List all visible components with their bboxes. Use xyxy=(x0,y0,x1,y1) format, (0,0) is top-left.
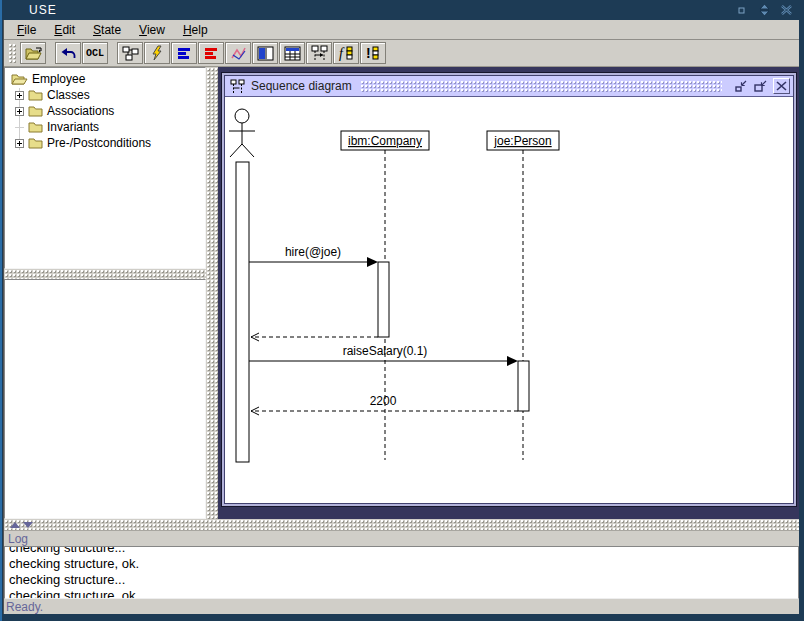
app-content: File Edit State View Help OCL f ! xyxy=(3,20,799,614)
message-return-hire[interactable] xyxy=(251,333,378,341)
log-title: Log xyxy=(8,532,28,546)
svg-text:hire(@joe): hire(@joe) xyxy=(285,245,341,259)
sequence-diagram-button[interactable] xyxy=(306,42,332,64)
shade-button[interactable] xyxy=(733,2,751,18)
line-chart-icon xyxy=(230,46,247,61)
class-diagram-button[interactable] xyxy=(117,42,143,64)
log-line: checking structure, ok. xyxy=(9,556,798,572)
folder-icon xyxy=(28,89,43,101)
tree-item-label: Classes xyxy=(47,88,90,102)
expand-plus-icon[interactable] xyxy=(15,91,24,100)
undo-button[interactable] xyxy=(55,42,81,64)
menu-edit[interactable]: Edit xyxy=(45,21,84,39)
log-panel-header: Log xyxy=(4,530,799,546)
joe-activation-bar xyxy=(518,361,529,411)
menu-state[interactable]: State xyxy=(84,21,130,39)
main-area: Employee Classes Associations xyxy=(4,67,799,519)
log-line: checking structure... xyxy=(9,572,798,588)
object-properties-button[interactable] xyxy=(279,42,305,64)
tree-item-invariants[interactable]: Invariants xyxy=(5,119,205,135)
collapse-up-icon[interactable] xyxy=(10,521,20,529)
folder-icon xyxy=(28,121,43,133)
blue-bars-icon xyxy=(177,46,192,60)
class-diagram-icon xyxy=(122,45,139,61)
tree-item-pre-postconditions[interactable]: Pre-/Postconditions xyxy=(5,135,205,151)
menu-bar: File Edit State View Help xyxy=(4,20,799,40)
actor-activation-bar xyxy=(236,162,249,462)
tree-item-associations[interactable]: Associations xyxy=(5,103,205,119)
window-titlebar[interactable]: USE xyxy=(3,0,799,20)
close-icon xyxy=(780,4,793,16)
tree-item-classes[interactable]: Classes xyxy=(5,87,205,103)
command-list-button[interactable]: ! xyxy=(360,42,386,64)
frame-maximize-button[interactable] xyxy=(753,79,769,93)
frame-inner: Sequence diagram xyxy=(224,75,794,504)
frame-titlebar[interactable]: Sequence diagram xyxy=(225,76,793,97)
tree-item-label: Associations xyxy=(47,104,114,118)
sequence-diagram: ibm:Company joe:Person xyxy=(225,97,793,501)
frame-titlebar-texture xyxy=(360,80,722,93)
close-button[interactable] xyxy=(777,2,795,18)
class-invariant-view-button[interactable] xyxy=(171,42,197,64)
sequence-diagram-frame[interactable]: Sequence diagram xyxy=(221,72,797,507)
message-hire[interactable]: hire(@joe) xyxy=(249,245,378,267)
maximize-icon xyxy=(753,79,769,93)
statistics-view-button[interactable] xyxy=(225,42,251,64)
table-icon xyxy=(284,46,301,61)
tree-item-label: Pre-/Postconditions xyxy=(47,136,151,150)
status-text: Ready. xyxy=(6,600,43,614)
svg-text:joe:Person: joe:Person xyxy=(493,134,551,148)
toolbar-drag-handle[interactable] xyxy=(8,43,17,64)
invariant-violation-view-button[interactable] xyxy=(198,42,224,64)
detail-panel xyxy=(4,279,206,519)
open-folder-icon xyxy=(24,45,43,61)
frame-title: Sequence diagram xyxy=(251,79,352,93)
folder-icon xyxy=(28,137,43,149)
expand-plus-icon[interactable] xyxy=(15,107,24,116)
window-title: USE xyxy=(29,3,57,17)
maximize-button[interactable] xyxy=(755,2,773,18)
left-horizontal-splitter[interactable] xyxy=(4,269,206,279)
ocl-button[interactable]: OCL xyxy=(82,42,108,64)
shade-icon xyxy=(736,4,748,16)
svg-text:f: f xyxy=(339,46,345,61)
model-tree-panel: Employee Classes Associations xyxy=(4,67,206,269)
splitter-one-touch xyxy=(10,521,33,529)
main-horizontal-splitter[interactable] xyxy=(4,519,799,530)
undo-icon xyxy=(59,46,77,60)
menu-file[interactable]: File xyxy=(8,21,45,39)
lightning-icon xyxy=(150,45,164,61)
expand-plus-icon[interactable] xyxy=(15,139,24,148)
close-icon xyxy=(776,81,787,91)
resize-vertical-icon xyxy=(758,3,771,17)
log-line: checking structure, ok. xyxy=(9,588,798,599)
tree-connector xyxy=(15,127,24,128)
log-text-area[interactable]: checking structure... checking structure… xyxy=(4,546,799,599)
frame-minimize-button[interactable] xyxy=(734,79,749,93)
left-column: Employee Classes Associations xyxy=(4,67,206,519)
evaluate-button[interactable] xyxy=(144,42,170,64)
split-window-icon xyxy=(257,46,274,61)
collapse-down-icon[interactable] xyxy=(23,521,33,529)
message-raise-salary[interactable]: raiseSalary(0.1) xyxy=(249,344,518,366)
sequence-diagram-canvas[interactable]: ibm:Company joe:Person xyxy=(225,97,793,503)
ibm-activation-bar xyxy=(378,262,389,337)
svg-text:2200: 2200 xyxy=(370,394,397,408)
status-bar: Ready. xyxy=(4,599,799,614)
minimize-icon xyxy=(734,79,749,93)
log-line: checking structure... xyxy=(9,546,798,556)
sequence-diagram-icon xyxy=(230,79,246,94)
menu-help[interactable]: Help xyxy=(174,21,217,39)
frame-close-button[interactable] xyxy=(773,78,790,94)
function-list-icon: f xyxy=(338,45,354,61)
vertical-splitter[interactable] xyxy=(206,67,218,519)
class-extent-view-button[interactable] xyxy=(252,42,278,64)
menu-view[interactable]: View xyxy=(130,21,174,39)
tree-root-employee[interactable]: Employee xyxy=(5,71,205,87)
open-file-button[interactable] xyxy=(20,42,46,64)
folder-icon xyxy=(28,105,43,117)
actor-stick-figure[interactable] xyxy=(229,109,255,157)
desktop-pane: Sequence diagram xyxy=(218,67,799,519)
svg-text:!: ! xyxy=(366,45,371,61)
call-stack-button[interactable]: f xyxy=(333,42,359,64)
